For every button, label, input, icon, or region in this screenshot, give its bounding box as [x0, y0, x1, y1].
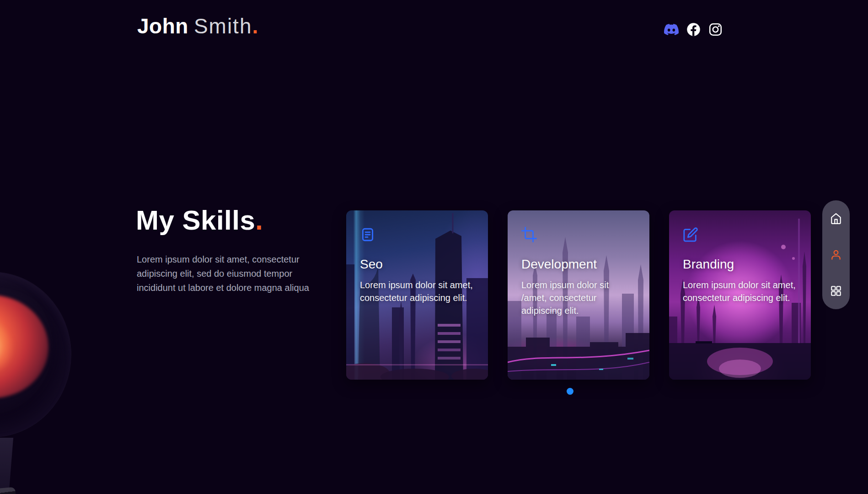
- card-text: Lorem ipsum dolor sit amet, consectetur …: [360, 279, 474, 304]
- bulb-screw-base: [0, 487, 20, 494]
- home-icon[interactable]: [830, 212, 842, 225]
- logo-accent-dot: .: [252, 14, 258, 38]
- edit-square-icon: [683, 227, 698, 242]
- skill-card-development[interactable]: Development Lorem ipsum dolor sit /amet,…: [508, 210, 649, 380]
- instagram-icon[interactable]: [708, 22, 723, 37]
- site-logo[interactable]: JohnSmith.: [137, 14, 258, 38]
- development-card-content: Development Lorem ipsum dolor sit /amet,…: [508, 210, 649, 380]
- logo-first-name: John: [137, 14, 188, 38]
- card-title: Development: [521, 257, 636, 272]
- brain-lightbulb-image: [0, 263, 78, 494]
- card-title: Branding: [683, 257, 797, 272]
- discord-icon[interactable]: [664, 22, 679, 37]
- card-title: Seo: [360, 257, 474, 272]
- section-title-dot: .: [255, 205, 263, 236]
- logo-last-name: Smith: [194, 14, 252, 38]
- card-text: Lorem ipsum dolor sit amet, consectetur …: [683, 279, 797, 304]
- page: JohnSmith. My Skills. Lorem ipsum dolor …: [0, 0, 868, 494]
- grid-icon[interactable]: [830, 285, 842, 297]
- crop-icon: [521, 227, 537, 242]
- facebook-icon[interactable]: [686, 22, 701, 37]
- social-links: [664, 22, 723, 37]
- skill-card-branding[interactable]: Branding Lorem ipsum dolor sit amet, con…: [669, 210, 811, 380]
- bulb-neck: [0, 438, 19, 490]
- carousel-indicators: [567, 388, 573, 395]
- section-title: My Skills.: [136, 204, 263, 236]
- branding-card-content: Branding Lorem ipsum dolor sit amet, con…: [669, 210, 811, 380]
- section-title-text: My Skills: [136, 205, 255, 236]
- section-description: Lorem ipsum dolor sit amet, consectetur …: [137, 252, 329, 295]
- user-icon[interactable]: [830, 248, 842, 261]
- carousel-dot-active[interactable]: [567, 388, 573, 395]
- card-text: Lorem ipsum dolor sit /amet, consectetur…: [521, 279, 636, 317]
- skills-card-row: Seo Lorem ipsum dolor sit amet, consecte…: [346, 210, 811, 380]
- journal-text-icon: [360, 227, 375, 242]
- side-nav: [822, 200, 850, 309]
- skill-card-seo[interactable]: Seo Lorem ipsum dolor sit amet, consecte…: [346, 210, 488, 380]
- seo-card-content: Seo Lorem ipsum dolor sit amet, consecte…: [346, 210, 488, 380]
